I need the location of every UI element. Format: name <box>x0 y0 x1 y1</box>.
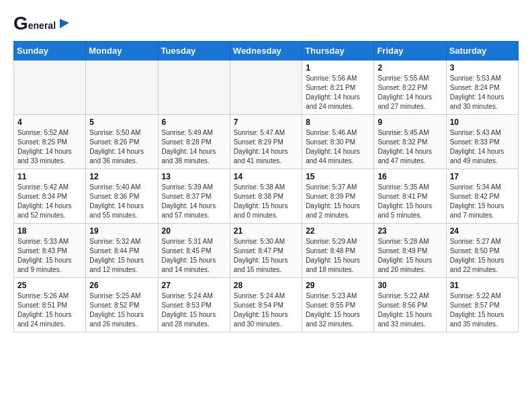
day-number: 1 <box>306 63 370 73</box>
day-number: 2 <box>378 63 442 73</box>
calendar-cell: 20Sunrise: 5:31 AM Sunset: 8:45 PM Dayli… <box>158 223 230 277</box>
calendar-cell <box>158 60 230 114</box>
calendar-cell: 13Sunrise: 5:39 AM Sunset: 8:37 PM Dayli… <box>158 169 230 223</box>
day-info: Sunrise: 5:56 AM Sunset: 8:21 PM Dayligh… <box>306 74 370 111</box>
calendar-cell: 17Sunrise: 5:34 AM Sunset: 8:42 PM Dayli… <box>446 169 518 223</box>
calendar-cell <box>86 60 158 114</box>
day-of-week-header: Wednesday <box>230 41 302 60</box>
day-info: Sunrise: 5:27 AM Sunset: 8:50 PM Dayligh… <box>450 237 515 275</box>
day-number: 25 <box>17 281 82 290</box>
day-number: 27 <box>162 281 226 290</box>
calendar-cell: 1Sunrise: 5:56 AM Sunset: 8:21 PM Daylig… <box>302 60 374 114</box>
day-info: Sunrise: 5:24 AM Sunset: 8:53 PM Dayligh… <box>162 291 226 329</box>
day-info: Sunrise: 5:46 AM Sunset: 8:30 PM Dayligh… <box>306 128 370 166</box>
day-number: 13 <box>162 172 226 181</box>
calendar-cell: 25Sunrise: 5:26 AM Sunset: 8:51 PM Dayli… <box>14 277 86 332</box>
calendar-cell: 11Sunrise: 5:42 AM Sunset: 8:34 PM Dayli… <box>14 169 86 223</box>
calendar-header-row: SundayMondayTuesdayWednesdayThursdayFrid… <box>14 41 519 60</box>
day-info: Sunrise: 5:39 AM Sunset: 8:37 PM Dayligh… <box>162 183 226 220</box>
day-info: Sunrise: 5:31 AM Sunset: 8:45 PM Dayligh… <box>162 237 226 275</box>
day-info: Sunrise: 5:25 AM Sunset: 8:52 PM Dayligh… <box>89 291 154 329</box>
day-info: Sunrise: 5:35 AM Sunset: 8:41 PM Dayligh… <box>378 183 442 220</box>
day-of-week-header: Monday <box>86 41 158 60</box>
day-of-week-header: Tuesday <box>158 41 230 60</box>
calendar-cell <box>14 60 86 114</box>
day-info: Sunrise: 5:30 AM Sunset: 8:47 PM Dayligh… <box>234 237 298 275</box>
day-info: Sunrise: 5:52 AM Sunset: 8:25 PM Dayligh… <box>17 128 82 166</box>
calendar-cell: 29Sunrise: 5:23 AM Sunset: 8:55 PM Dayli… <box>302 277 374 332</box>
svg-marker-0 <box>60 19 69 28</box>
day-number: 28 <box>234 281 298 290</box>
day-number: 26 <box>89 281 154 290</box>
day-number: 19 <box>89 226 154 236</box>
day-number: 9 <box>378 118 442 127</box>
day-number: 17 <box>450 172 515 181</box>
day-info: Sunrise: 5:23 AM Sunset: 8:55 PM Dayligh… <box>306 291 370 329</box>
day-of-week-header: Thursday <box>302 41 374 60</box>
day-info: Sunrise: 5:32 AM Sunset: 8:44 PM Dayligh… <box>89 237 154 275</box>
calendar-week-row: 18Sunrise: 5:33 AM Sunset: 8:43 PM Dayli… <box>14 223 519 277</box>
calendar-cell: 2Sunrise: 5:55 AM Sunset: 8:22 PM Daylig… <box>374 60 446 114</box>
calendar-table: SundayMondayTuesdayWednesdayThursdayFrid… <box>13 41 519 332</box>
day-number: 24 <box>450 226 515 236</box>
calendar-week-row: 25Sunrise: 5:26 AM Sunset: 8:51 PM Dayli… <box>14 277 519 332</box>
day-of-week-header: Saturday <box>446 41 518 60</box>
calendar-cell: 9Sunrise: 5:45 AM Sunset: 8:32 PM Daylig… <box>374 114 446 169</box>
day-of-week-header: Friday <box>374 41 446 60</box>
calendar-cell: 31Sunrise: 5:22 AM Sunset: 8:57 PM Dayli… <box>446 277 518 332</box>
day-info: Sunrise: 5:40 AM Sunset: 8:36 PM Dayligh… <box>89 183 154 220</box>
calendar-cell: 5Sunrise: 5:50 AM Sunset: 8:26 PM Daylig… <box>86 114 158 169</box>
calendar-week-row: 4Sunrise: 5:52 AM Sunset: 8:25 PM Daylig… <box>14 114 519 169</box>
calendar-cell: 10Sunrise: 5:43 AM Sunset: 8:33 PM Dayli… <box>446 114 518 169</box>
day-number: 14 <box>234 172 298 181</box>
calendar-cell: 8Sunrise: 5:46 AM Sunset: 8:30 PM Daylig… <box>302 114 374 169</box>
day-info: Sunrise: 5:43 AM Sunset: 8:33 PM Dayligh… <box>450 128 515 166</box>
day-info: Sunrise: 5:22 AM Sunset: 8:56 PM Dayligh… <box>378 291 442 329</box>
day-info: Sunrise: 5:26 AM Sunset: 8:51 PM Dayligh… <box>17 291 82 329</box>
day-info: Sunrise: 5:53 AM Sunset: 8:24 PM Dayligh… <box>450 74 515 111</box>
day-number: 6 <box>162 118 226 127</box>
calendar-week-row: 11Sunrise: 5:42 AM Sunset: 8:34 PM Dayli… <box>14 169 519 223</box>
day-number: 21 <box>234 226 298 236</box>
day-info: Sunrise: 5:45 AM Sunset: 8:32 PM Dayligh… <box>378 128 442 166</box>
day-number: 8 <box>306 118 370 127</box>
calendar-cell: 21Sunrise: 5:30 AM Sunset: 8:47 PM Dayli… <box>230 223 302 277</box>
calendar-cell: 14Sunrise: 5:38 AM Sunset: 8:38 PM Dayli… <box>230 169 302 223</box>
day-number: 30 <box>378 281 442 290</box>
calendar-cell: 15Sunrise: 5:37 AM Sunset: 8:39 PM Dayli… <box>302 169 374 223</box>
calendar-cell: 3Sunrise: 5:53 AM Sunset: 8:24 PM Daylig… <box>446 60 518 114</box>
day-number: 18 <box>17 226 82 236</box>
calendar-cell: 19Sunrise: 5:32 AM Sunset: 8:44 PM Dayli… <box>86 223 158 277</box>
calendar-cell: 6Sunrise: 5:49 AM Sunset: 8:28 PM Daylig… <box>158 114 230 169</box>
day-info: Sunrise: 5:28 AM Sunset: 8:49 PM Dayligh… <box>378 237 442 275</box>
calendar-cell: 23Sunrise: 5:28 AM Sunset: 8:49 PM Dayli… <box>374 223 446 277</box>
calendar-cell: 4Sunrise: 5:52 AM Sunset: 8:25 PM Daylig… <box>14 114 86 169</box>
calendar-week-row: 1Sunrise: 5:56 AM Sunset: 8:21 PM Daylig… <box>14 60 519 114</box>
day-info: Sunrise: 5:50 AM Sunset: 8:26 PM Dayligh… <box>89 128 154 166</box>
logo: G eneral <box>13 13 72 34</box>
day-info: Sunrise: 5:24 AM Sunset: 8:54 PM Dayligh… <box>234 291 298 329</box>
day-number: 4 <box>17 118 82 127</box>
day-info: Sunrise: 5:38 AM Sunset: 8:38 PM Dayligh… <box>234 183 298 220</box>
day-number: 5 <box>89 118 154 127</box>
day-number: 22 <box>306 226 370 236</box>
day-number: 12 <box>89 172 154 181</box>
calendar-cell: 28Sunrise: 5:24 AM Sunset: 8:54 PM Dayli… <box>230 277 302 332</box>
day-number: 16 <box>378 172 442 181</box>
day-info: Sunrise: 5:55 AM Sunset: 8:22 PM Dayligh… <box>378 74 442 111</box>
day-number: 23 <box>378 226 442 236</box>
day-info: Sunrise: 5:42 AM Sunset: 8:34 PM Dayligh… <box>17 183 82 220</box>
day-info: Sunrise: 5:29 AM Sunset: 8:48 PM Dayligh… <box>306 237 370 275</box>
logo-flag-icon <box>57 16 72 31</box>
calendar-cell: 16Sunrise: 5:35 AM Sunset: 8:41 PM Dayli… <box>374 169 446 223</box>
calendar-cell: 30Sunrise: 5:22 AM Sunset: 8:56 PM Dayli… <box>374 277 446 332</box>
day-info: Sunrise: 5:33 AM Sunset: 8:43 PM Dayligh… <box>17 237 82 275</box>
day-of-week-header: Sunday <box>14 41 86 60</box>
calendar-cell: 26Sunrise: 5:25 AM Sunset: 8:52 PM Dayli… <box>86 277 158 332</box>
day-info: Sunrise: 5:34 AM Sunset: 8:42 PM Dayligh… <box>450 183 515 220</box>
page-header: G eneral <box>13 13 519 34</box>
logo-g: G <box>13 13 28 34</box>
day-number: 20 <box>162 226 226 236</box>
day-number: 29 <box>306 281 370 290</box>
calendar-cell: 18Sunrise: 5:33 AM Sunset: 8:43 PM Dayli… <box>14 223 86 277</box>
